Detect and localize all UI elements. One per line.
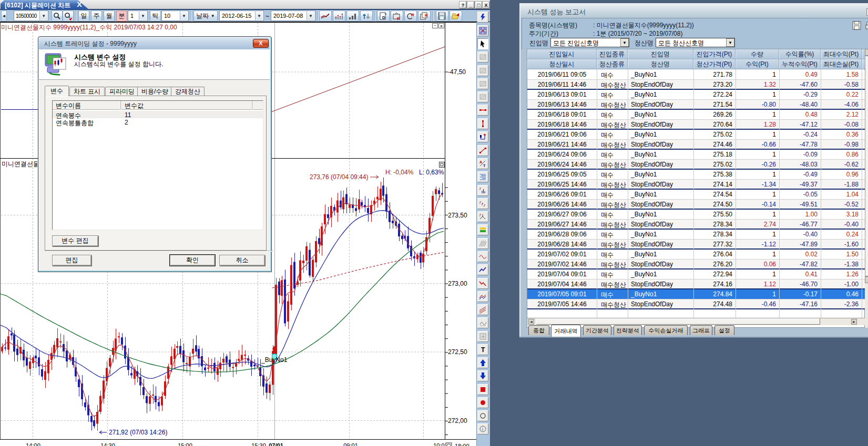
svg-text:f: f [482,202,483,206]
svg-text:273,50: 273,50 [448,212,467,219]
svg-text:09:01: 09:01 [343,442,358,446]
svg-text:-47,50: -47,50 [448,68,466,76]
svg-text:18:00: 18:00 [455,443,469,446]
svg-text:_BuyNo1: _BuyNo1 [261,356,288,364]
svg-text:f: f [484,203,485,208]
svg-text:07/01: 07/01 [269,442,283,446]
svg-text:15:30: 15:30 [251,442,266,446]
svg-text:R: R [397,16,400,20]
svg-text:f: f [479,186,481,191]
svg-text:T: T [481,346,485,354]
svg-text:T: T [483,164,486,168]
svg-text:R: R [425,13,428,18]
svg-text:A: A [479,160,482,164]
svg-text:272,00: 272,00 [448,417,467,424]
svg-text:15:00: 15:00 [178,442,192,446]
svg-text:f: f [479,200,481,205]
svg-text:f: f [479,213,481,217]
svg-text:271,92 (07/03 14:26): 271,92 (07/03 14:26) [109,429,167,436]
svg-text:273,00: 273,00 [448,280,467,287]
svg-text:H: -0,04%: H: -0,04% [385,169,414,176]
svg-text:R: R [411,13,414,17]
svg-text:273,76 (07/04 09:44): 273,76 (07/04 09:44) [310,173,368,181]
svg-text:L: 0,63%: L: 0,63% [419,169,444,176]
svg-text:i: i [482,427,483,432]
svg-text:272,50: 272,50 [448,348,467,356]
svg-text:14:00: 14:00 [26,442,40,446]
svg-text:D: D [382,15,385,20]
svg-text:14:30: 14:30 [100,442,115,446]
